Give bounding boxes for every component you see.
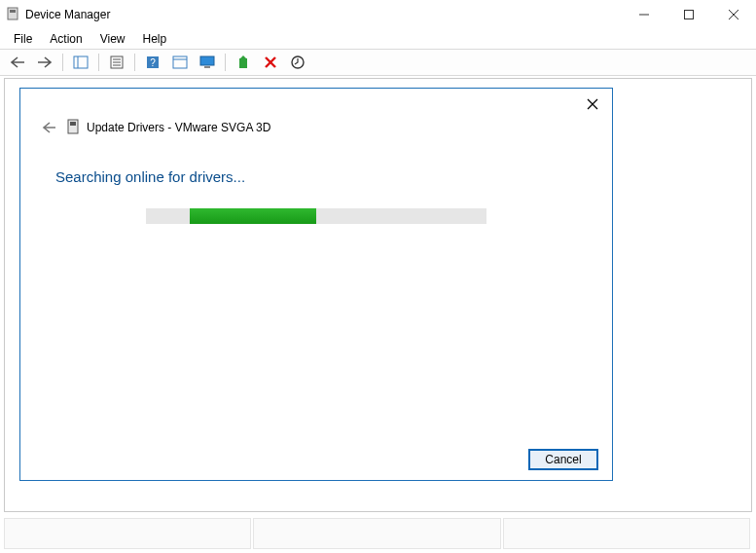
update-drivers-dialog: Update Drivers - VMware SVGA 3D Searchin…	[19, 88, 613, 481]
toolbar-separator	[225, 54, 226, 71]
statusbar-pane	[4, 518, 251, 549]
help-icon[interactable]: ?	[141, 51, 164, 74]
menu-help[interactable]: Help	[135, 30, 175, 48]
maximize-button[interactable]	[666, 0, 711, 29]
dialog-back-button[interactable]	[38, 118, 57, 137]
toolbar-separator	[134, 54, 135, 71]
scan-hardware-changes-icon[interactable]	[286, 51, 309, 74]
toolbar: ?	[0, 49, 756, 76]
close-button[interactable]	[711, 0, 756, 29]
svg-rect-14	[173, 56, 187, 68]
svg-rect-16	[200, 56, 214, 65]
dialog-status-text: Searching online for drivers...	[55, 168, 612, 185]
dialog-footer: Cancel	[528, 449, 598, 470]
progress-bar	[146, 208, 486, 224]
device-manager-window: Device Manager File Action View Help ?	[0, 0, 756, 553]
menubar: File Action View Help	[0, 29, 756, 49]
svg-rect-0	[8, 8, 18, 19]
back-arrow-icon[interactable]	[6, 51, 29, 74]
statusbar	[4, 518, 752, 549]
menu-view[interactable]: View	[92, 30, 133, 48]
dialog-title-row: Update Drivers - VMware SVGA 3D	[67, 119, 270, 137]
progress-bar-fill	[190, 208, 316, 224]
window-title: Device Manager	[25, 8, 110, 21]
dialog-close-button[interactable]	[583, 94, 602, 114]
action-list-icon[interactable]	[168, 51, 192, 74]
menu-action[interactable]: Action	[42, 30, 90, 48]
uninstall-icon[interactable]	[259, 51, 282, 74]
svg-rect-17	[204, 66, 210, 68]
toolbar-separator	[98, 54, 99, 71]
svg-rect-3	[685, 11, 694, 19]
properties-icon[interactable]	[105, 51, 128, 74]
window-controls	[622, 0, 756, 29]
show-hide-tree-icon[interactable]	[69, 51, 92, 74]
svg-rect-6	[74, 56, 88, 68]
cancel-button[interactable]: Cancel	[528, 449, 598, 470]
dialog-title: Update Drivers - VMware SVGA 3D	[87, 121, 270, 134]
forward-arrow-icon[interactable]	[33, 51, 56, 74]
minimize-button[interactable]	[622, 0, 666, 29]
menu-file[interactable]: File	[6, 30, 40, 48]
statusbar-pane	[503, 518, 750, 549]
statusbar-pane	[253, 518, 500, 549]
dialog-header: Update Drivers - VMware SVGA 3D	[20, 89, 612, 137]
titlebar: Device Manager	[0, 0, 756, 29]
titlebar-left: Device Manager	[6, 7, 110, 23]
monitor-icon[interactable]	[196, 51, 219, 74]
svg-rect-18	[239, 58, 247, 68]
device-icon	[67, 119, 79, 137]
svg-text:?: ?	[150, 57, 156, 68]
add-legacy-hardware-icon[interactable]	[232, 51, 255, 74]
svg-rect-1	[10, 10, 16, 13]
toolbar-separator	[62, 54, 63, 71]
svg-rect-25	[70, 122, 76, 126]
app-icon	[6, 7, 19, 23]
